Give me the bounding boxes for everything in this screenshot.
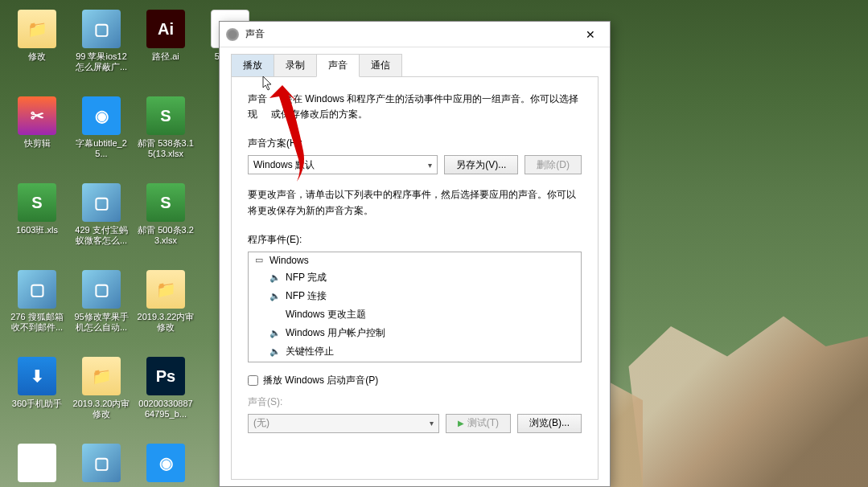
event-label: NFP 连接 <box>286 289 327 303</box>
desktop-icon-label: 0020033088764795_b... <box>137 399 195 419</box>
tab-声音[interactable]: 声音 <box>316 54 360 77</box>
app2-icon: ◉ <box>82 96 121 135</box>
event-label: NFP 完成 <box>286 271 327 284</box>
speaker-icon: 🔈 <box>269 272 281 283</box>
event-item[interactable]: 🔈NFP 完成 <box>249 268 581 287</box>
img-icon: ▢ <box>82 183 121 222</box>
play-icon: ▶ <box>458 419 464 428</box>
desktop-icon[interactable]: ◉字幕ubtitle_25... <box>71 93 132 178</box>
scheme-description: 声音 是在 Windows 和程序产生的活动事件中应用的一组声音。你可以选择现 … <box>248 92 582 122</box>
app3-icon: ⬇ <box>18 357 56 395</box>
opera-icon: O <box>18 444 56 482</box>
play-startup-label: 播放 Windows 启动声音(P) <box>263 374 378 387</box>
img-icon: ▢ <box>82 10 121 48</box>
delete-button: 删除(D) <box>525 155 582 174</box>
close-button[interactable]: ✕ <box>578 23 603 46</box>
save-as-button[interactable]: 另存为(V)... <box>444 155 518 174</box>
desktop-icon[interactable]: O <box>6 440 68 487</box>
desktop-icon-label: 1603班.xls <box>16 225 58 235</box>
ps-icon: Ps <box>146 357 185 395</box>
desktop-icon-label: 郝雷 538条3.15(13.xlsx <box>137 138 195 159</box>
xls-icon: S <box>18 183 56 222</box>
desktop-icon[interactable]: S郝雷 500条3.23.xlsx <box>135 180 196 265</box>
play-startup-checkbox[interactable] <box>248 375 258 386</box>
xls-icon: S <box>146 183 185 222</box>
tab-strip: 播放录制声音通信 <box>231 54 599 76</box>
desktop-icon[interactable]: ▢ <box>71 440 132 487</box>
event-item[interactable]: ▭Windows <box>249 252 581 268</box>
desktop-icon-label: 字幕ubtitle_25... <box>72 138 130 159</box>
browse-button[interactable]: 浏览(B)... <box>517 414 582 433</box>
dialog-title: 声音 <box>245 27 578 41</box>
tab-panel-sound: 声音 是在 Windows 和程序产生的活动事件中应用的一组声音。你可以选择现 … <box>231 76 599 480</box>
speaker-icon: 🔈 <box>269 328 281 338</box>
desktop-icon[interactable]: ⬇360手机助手 <box>6 354 68 439</box>
desktop-icon[interactable]: ▢95修改苹果手机怎么自动... <box>71 267 132 352</box>
folder-icon: 📁 <box>146 270 185 309</box>
desktop-icon[interactable]: Ai路径.ai <box>135 6 196 92</box>
sound-label: 声音(S): <box>248 395 582 409</box>
desktop-icon-label: 郝雷 500条3.23.xlsx <box>137 225 195 246</box>
event-label: Windows <box>269 255 309 266</box>
speaker-icon: 🔈 <box>269 291 281 301</box>
desktop-icon[interactable]: ▢429 支付宝蚂蚁微客怎么... <box>71 180 132 265</box>
desktop-icon[interactable]: S郝雷 538条3.15(13.xlsx <box>135 93 196 178</box>
test-button: ▶测试(T) <box>446 414 511 433</box>
event-item[interactable]: Windows 更改主题 <box>249 305 581 324</box>
tab-播放[interactable]: 播放 <box>231 54 274 76</box>
desktop-icon-label: 修改 <box>28 51 46 62</box>
desktop-icon-label: 276 搜狐邮箱收不到邮件... <box>8 312 66 333</box>
ai-icon: Ai <box>146 10 185 48</box>
sound-system-icon <box>226 28 239 41</box>
events-listbox[interactable]: ▭Windows🔈NFP 完成🔈NFP 连接Windows 更改主题🔈Windo… <box>248 252 582 362</box>
desktop-icon[interactable]: S1603班.xls <box>6 180 68 265</box>
desktop-icon[interactable]: Ps0020033088764795_b... <box>135 354 196 439</box>
desktop-icon[interactable]: 📁修改 <box>6 6 68 92</box>
folder-icon: 📁 <box>18 10 56 48</box>
desktop-icon[interactable]: ◉ <box>135 440 196 487</box>
desktop-icon[interactable]: 📁2019.3.22内审修改 <box>135 267 196 352</box>
desktop-icon[interactable]: ▢276 搜狐邮箱收不到邮件... <box>6 267 68 352</box>
desktop-icon-label: 快剪辑 <box>24 138 51 149</box>
app1-icon: ✂ <box>18 96 56 135</box>
desktop-icon[interactable]: ✂快剪辑 <box>6 93 68 178</box>
desktop-icon-label: 360手机助手 <box>12 399 62 409</box>
img-icon: ▢ <box>18 270 56 309</box>
img-icon: ▢ <box>82 270 121 309</box>
img-icon: ▢ <box>82 444 121 482</box>
dialog-titlebar: 声音 ✕ <box>220 22 610 47</box>
window-icon: ▭ <box>253 255 265 265</box>
events-label: 程序事件(E): <box>248 233 582 247</box>
sound-dialog: 声音 ✕ 播放录制声音通信 声音 是在 Windows 和程序产生的活动事件中应… <box>219 21 611 487</box>
event-label: 关键性停止 <box>286 345 334 358</box>
desktop-icon-label: 99 苹果ios12怎么屏蔽广... <box>72 51 130 72</box>
event-label: Windows 更改主题 <box>286 308 366 321</box>
play-startup-checkbox-row[interactable]: 播放 Windows 启动声音(P) <box>248 374 582 387</box>
desktop-icon-label: 路径.ai <box>152 51 179 62</box>
chevron-down-icon: ▾ <box>428 161 432 170</box>
app2-icon: ◉ <box>146 444 185 482</box>
tab-录制[interactable]: 录制 <box>274 54 317 76</box>
desktop-icon-label: 95修改苹果手机怎么自动... <box>72 312 130 333</box>
scheme-label: 声音方案(H): <box>248 137 582 150</box>
desktop-icon[interactable]: ▢99 苹果ios12怎么屏蔽广... <box>71 6 132 92</box>
scheme-select[interactable]: Windows 默认▾ <box>248 155 438 174</box>
desktop-icon-label: 429 支付宝蚂蚁微客怎么... <box>72 225 130 246</box>
chevron-down-icon: ▾ <box>430 419 434 428</box>
cursor-pointer-icon <box>262 76 274 92</box>
event-item[interactable]: 🔈关键性停止 <box>249 342 581 361</box>
desktop-icon-label: 2019.3.20内审修改 <box>72 399 130 419</box>
event-item[interactable]: 🔈Windows 用户帐户控制 <box>249 324 581 342</box>
event-label: Windows 用户帐户控制 <box>286 326 385 340</box>
desktop-icon[interactable]: 📁2019.3.20内审修改 <box>71 354 132 439</box>
xls-icon: S <box>146 96 185 135</box>
sound-select: (无)▾ <box>248 414 439 433</box>
event-item[interactable]: 🔈NFP 连接 <box>249 287 581 305</box>
speaker-icon: 🔈 <box>269 346 281 357</box>
tab-通信[interactable]: 通信 <box>359 54 402 76</box>
desktop-icon-label: 2019.3.22内审修改 <box>137 312 195 333</box>
change-description: 要更改声音，请单击以下列表中的程序事件，然后选择要应用的声音。你可以将更改保存为… <box>248 187 582 218</box>
folder-icon: 📁 <box>82 357 121 395</box>
